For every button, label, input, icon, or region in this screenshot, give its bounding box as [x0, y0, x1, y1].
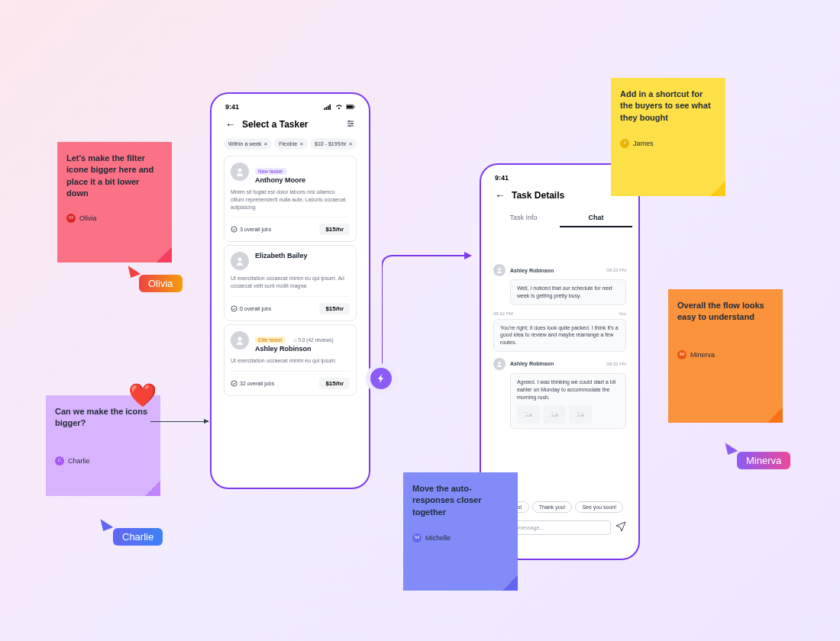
- cursor-tag-charlie: Charlie: [113, 528, 163, 546]
- status-time: 9:41: [225, 103, 239, 111]
- sticky-note-pink[interactable]: Let's make the filter icone bigger here …: [57, 142, 172, 263]
- filter-settings-icon[interactable]: [346, 119, 355, 130]
- battery-icon: [346, 104, 355, 110]
- price-badge: $15/hr: [319, 303, 350, 314]
- jobs-count: 3 overall jobs: [231, 226, 271, 233]
- tasker-description: Minim sit fugiat est dolor laboris nisi …: [231, 188, 350, 211]
- tasker-name: Anthony Moore: [255, 176, 350, 184]
- quick-reply-button[interactable]: See you soon!: [575, 501, 623, 513]
- price-badge: $15/hr: [319, 378, 350, 389]
- sticky-text: Overall the flow looks easy to understan…: [677, 300, 774, 337]
- svg-point-14: [525, 412, 527, 414]
- connector-line: [382, 252, 481, 370]
- chip-close-icon[interactable]: ×: [349, 140, 353, 147]
- svg-point-7: [231, 227, 237, 232]
- attachment-image-icon[interactable]: [543, 405, 566, 424]
- connector-arrow: [150, 421, 208, 422]
- sticky-text: Move the auto-responses closer together: [412, 483, 509, 520]
- avatar: [231, 163, 249, 181]
- jobs-count: 0 overall jobs: [231, 305, 271, 312]
- cursor-tag-minerva: Minerva: [737, 452, 790, 469]
- quick-reply-button[interactable]: Thank you!: [532, 501, 573, 513]
- cursor-arrow-icon: [724, 440, 738, 455]
- svg-point-15: [551, 412, 553, 414]
- svg-point-5: [349, 125, 351, 127]
- tasker-rating: ☆ 5.0 (42 reviews): [292, 337, 334, 343]
- screen-title: Task Details: [512, 190, 564, 201]
- page-fold-icon: [767, 407, 783, 423]
- screen-header: ← Select a Tasker: [218, 114, 363, 135]
- cursor-tag-olivia: Olivia: [139, 275, 183, 292]
- signal-icon: [323, 104, 332, 110]
- tab-chat[interactable]: Chat: [560, 209, 632, 227]
- sticky-author: CCharlie: [55, 456, 151, 466]
- message-received: Ashley Robinson 08:23 PM Well, I noticed…: [493, 264, 626, 305]
- tasker-card[interactable]: New tasker Anthony Moore Minim sit fugia…: [224, 156, 357, 242]
- svg-point-16: [577, 412, 579, 414]
- tasker-card[interactable]: Elizabeth Bailey Ut exercitation occaeca…: [224, 245, 357, 321]
- svg-rect-2: [354, 106, 354, 108]
- status-bar: 9:41: [218, 100, 363, 114]
- filter-chip[interactable]: Within a week×: [224, 138, 272, 150]
- message-sent: 08:32 PM You You're right; it does look …: [493, 311, 626, 352]
- tasker-card[interactable]: Elite tasker ☆ 5.0 (42 reviews) Ashley R…: [224, 324, 357, 396]
- tasker-badge: New tasker: [255, 168, 286, 175]
- sticky-text: Add in a shortcut for the buyers to see …: [620, 89, 716, 125]
- screen-title: Select a Tasker: [242, 119, 309, 130]
- sticky-author: OOlivia: [66, 214, 163, 224]
- sticky-note-yellow[interactable]: Add in a shortcut for the buyers to see …: [611, 78, 725, 196]
- bolt-icon: [370, 368, 392, 389]
- chip-close-icon[interactable]: ×: [299, 140, 303, 147]
- message-sender: Ashley Robinson: [510, 361, 554, 366]
- message-bubble: Agreed. I was thinking we could start a …: [510, 373, 626, 429]
- cursor-arrow-icon: [127, 263, 141, 278]
- avatar: [231, 252, 249, 270]
- page-fold-icon: [710, 181, 725, 196]
- status-icons: [323, 104, 355, 110]
- phone-select-tasker: 9:41 ← Select a Tasker Within a week× Fl…: [210, 92, 370, 489]
- chat-area: Ashley Robinson 08:23 PM Well, I noticed…: [487, 227, 632, 498]
- filter-chip[interactable]: $10 - $195/hr×: [310, 138, 357, 150]
- filter-chips: Within a week× Flexible× $10 - $195/hr×: [218, 135, 363, 153]
- sticky-note-blue[interactable]: Move the auto-responses closer together …: [403, 472, 518, 591]
- jobs-count: 32 overall jobs: [231, 380, 274, 387]
- sticky-note-purple[interactable]: Can we make the icons bigger? CCharlie: [46, 395, 160, 496]
- tasker-name: Elizabeth Bailey: [255, 252, 350, 259]
- message-time: 08:33 PM: [606, 362, 626, 366]
- page-fold-icon: [157, 247, 172, 263]
- chip-close-icon[interactable]: ×: [264, 140, 268, 147]
- tasker-badge: Elite tasker: [255, 337, 286, 343]
- svg-point-9: [231, 306, 237, 311]
- svg-point-12: [498, 268, 500, 270]
- avatar: [493, 358, 506, 370]
- cursor-arrow-icon: [99, 516, 114, 531]
- send-icon[interactable]: [615, 521, 626, 535]
- attachment-image-icon[interactable]: [517, 405, 540, 424]
- sticky-author: MMinerva: [677, 350, 774, 360]
- tasker-description: Ut exercitation occaecat minim eu qui ip…: [231, 357, 350, 365]
- avatar: [231, 331, 249, 349]
- svg-point-11: [231, 381, 237, 386]
- sticky-note-orange[interactable]: Overall the flow looks easy to understan…: [668, 289, 783, 423]
- avatar: [493, 264, 506, 276]
- svg-point-6: [238, 169, 242, 172]
- svg-rect-1: [347, 105, 353, 108]
- filter-chip[interactable]: Flexible×: [274, 138, 308, 150]
- page-fold-icon: [502, 575, 518, 591]
- attachments: [517, 405, 619, 424]
- svg-point-8: [238, 258, 242, 262]
- tasker-description: Ut exercitation occaecat minim eu qui ip…: [231, 275, 350, 290]
- svg-point-10: [238, 337, 242, 340]
- message-sender: Ashley Robinson: [510, 268, 554, 273]
- tab-task-info[interactable]: Task Info: [487, 209, 560, 227]
- message-sender-you: You: [619, 311, 626, 316]
- svg-point-13: [498, 362, 500, 364]
- back-arrow-icon[interactable]: ←: [225, 118, 236, 130]
- sticky-text: Let's make the filter icone bigger here …: [66, 153, 163, 200]
- svg-point-3: [348, 121, 350, 122]
- back-arrow-icon[interactable]: ←: [495, 189, 506, 201]
- sticky-author: JJames: [620, 139, 716, 149]
- status-time: 9:41: [495, 174, 509, 182]
- message-bubble: You're right; it does look quite packed.…: [493, 319, 626, 352]
- attachment-image-icon[interactable]: [569, 405, 592, 424]
